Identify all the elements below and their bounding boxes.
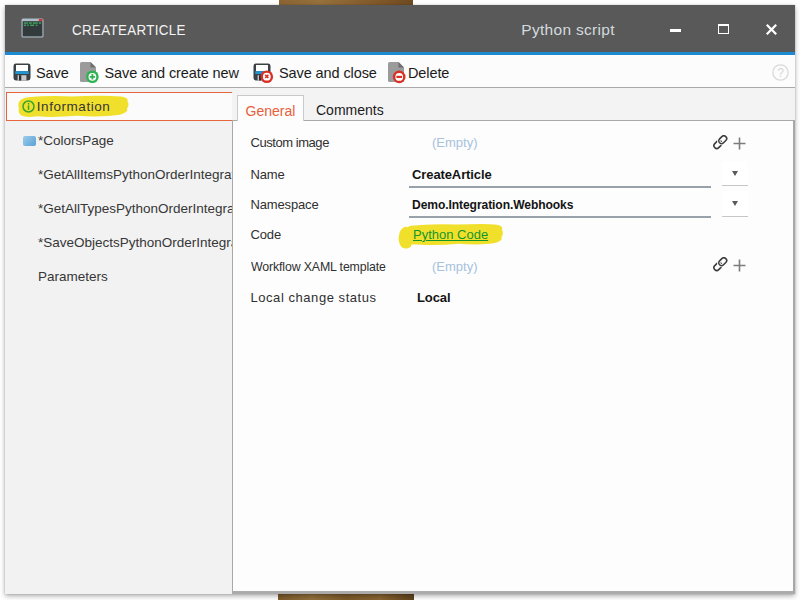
- svg-text:?: ?: [777, 65, 784, 79]
